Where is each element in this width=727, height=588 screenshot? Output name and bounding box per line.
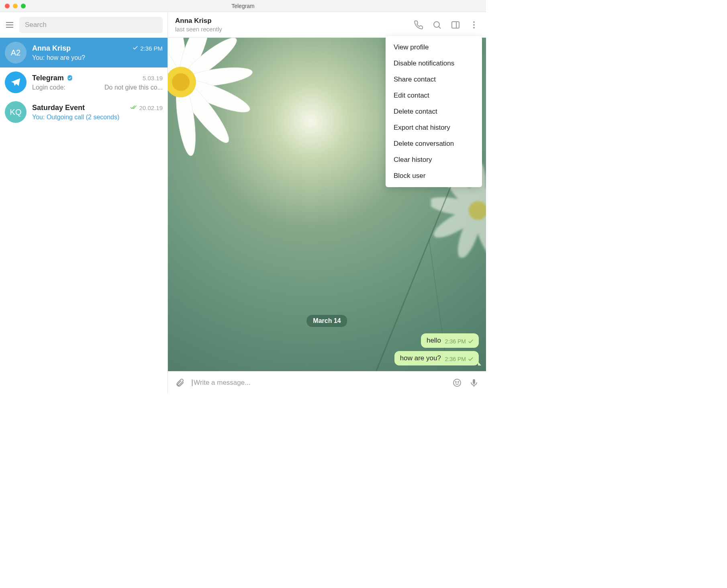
chat-preview: You: how are you? — [32, 54, 163, 61]
chat-item-body: Saturday Event 20.02.19 You: Outgoing ca… — [32, 104, 163, 121]
telegram-icon — [10, 76, 22, 88]
double-check-icon — [130, 104, 138, 112]
chat-time: 20.02.19 — [130, 104, 163, 112]
menu-item-export-chat-history[interactable]: Export chat history — [386, 120, 482, 136]
message-time: 2:36 PM — [445, 356, 474, 362]
svg-point-32 — [453, 379, 461, 386]
avatar: KQ — [5, 101, 27, 123]
chat-name: Saturday Event — [32, 104, 85, 112]
microphone-icon — [469, 378, 479, 388]
svg-point-33 — [455, 382, 456, 382]
header-actions — [414, 20, 479, 30]
menu-item-delete-contact[interactable]: Delete contact — [386, 104, 482, 120]
svg-point-34 — [458, 382, 459, 382]
paperclip-icon — [175, 378, 185, 388]
chat-list: A2 Anna Krisp 2:36 PM You: how are you? — [0, 38, 167, 394]
chat-header-status: last seen recently — [175, 26, 409, 33]
message-input-placeholder: Write a message... — [192, 379, 250, 386]
date-separator: March 14 — [306, 315, 347, 327]
svg-line-4 — [439, 27, 441, 29]
kebab-menu-icon — [469, 20, 479, 30]
chat-name: Telegram — [32, 74, 74, 82]
menu-item-edit-contact[interactable]: Edit contact — [386, 88, 482, 104]
search-icon — [432, 20, 442, 30]
voice-message-button[interactable] — [469, 378, 479, 388]
check-icon — [468, 338, 474, 345]
sidebar-top: Search — [0, 12, 167, 38]
svg-rect-35 — [473, 379, 475, 384]
chat-item-body: Telegram 5.03.19 Login code: Do not give… — [32, 74, 163, 91]
sidepanel-icon — [451, 20, 460, 30]
chat-header-name: Anna Krisp — [175, 17, 409, 25]
menu-item-clear-history[interactable]: Clear history — [386, 152, 482, 168]
window-title: Telegram — [0, 3, 486, 9]
emoji-icon — [452, 378, 462, 388]
search-placeholder: Search — [25, 21, 47, 29]
attach-button[interactable] — [175, 378, 185, 388]
chat-item-saturday-event[interactable]: KQ Saturday Event 20.02.19 — [0, 97, 167, 127]
call-button[interactable] — [414, 20, 423, 30]
verified-badge-icon — [66, 74, 74, 82]
message-list: hello 2:36 PM how are you? 2:36 PM — [394, 333, 479, 365]
main-panel: Anna Krisp last seen recently Vie — [168, 12, 486, 394]
avatar — [5, 71, 27, 93]
chat-preview: Login code: Do not give this co... — [32, 84, 163, 91]
more-options-menu: View profile Disable notifications Share… — [386, 36, 482, 187]
message-text: how are you? — [400, 354, 441, 362]
decorative-flower — [168, 38, 282, 188]
compose-bar: Write a message... — [168, 371, 486, 394]
chat-name: Anna Krisp — [32, 44, 71, 53]
sidebar: Search A2 Anna Krisp 2:36 PM — [0, 12, 168, 394]
message-bubble[interactable]: hello 2:36 PM — [421, 333, 479, 348]
svg-point-3 — [434, 22, 439, 27]
chat-item-anna-krisp[interactable]: A2 Anna Krisp 2:36 PM You: how are you? — [0, 38, 167, 67]
message-input[interactable]: Write a message... — [192, 379, 445, 387]
check-icon — [132, 45, 139, 52]
chat-header-info[interactable]: Anna Krisp last seen recently — [175, 17, 409, 33]
emoji-button[interactable] — [452, 378, 462, 388]
menu-item-delete-conversation[interactable]: Delete conversation — [386, 136, 482, 152]
chat-item-telegram[interactable]: Telegram 5.03.19 Login code: Do not give… — [0, 67, 167, 97]
check-icon — [468, 356, 474, 362]
message-bubble[interactable]: how are you? 2:36 PM — [394, 351, 479, 365]
window-titlebar: Telegram — [0, 0, 486, 12]
menu-item-view-profile[interactable]: View profile — [386, 39, 482, 55]
svg-point-9 — [473, 27, 475, 29]
svg-point-7 — [473, 21, 475, 23]
chat-time: 5.03.19 — [143, 75, 163, 82]
menu-item-disable-notifications[interactable]: Disable notifications — [386, 55, 482, 71]
svg-rect-5 — [452, 22, 459, 28]
phone-icon — [414, 20, 423, 30]
menu-item-block-user[interactable]: Block user — [386, 168, 482, 184]
chat-item-body: Anna Krisp 2:36 PM You: how are you? — [32, 44, 163, 61]
chat-preview: You: Outgoing call (2 seconds) — [32, 114, 163, 121]
search-in-chat-button[interactable] — [432, 20, 442, 30]
message-text: hello — [427, 337, 441, 345]
message-time: 2:36 PM — [445, 338, 474, 345]
svg-point-8 — [473, 24, 475, 26]
chat-time: 2:36 PM — [132, 45, 163, 52]
more-options-button[interactable] — [469, 20, 479, 30]
avatar: A2 — [5, 42, 27, 63]
menu-button[interactable] — [5, 20, 14, 30]
menu-item-share-contact[interactable]: Share contact — [386, 71, 482, 88]
toggle-sidepanel-button[interactable] — [451, 20, 460, 30]
search-input[interactable]: Search — [19, 17, 163, 33]
chat-header: Anna Krisp last seen recently — [168, 12, 486, 38]
